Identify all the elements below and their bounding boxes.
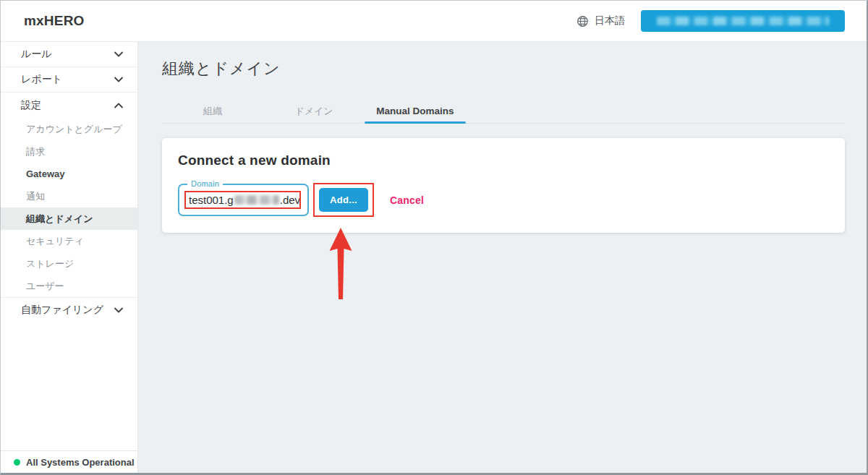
sidebar-sub-label: ストレージ [26, 257, 74, 270]
language-selector[interactable]: 日本語 [576, 14, 625, 27]
add-button[interactable]: Add... [319, 188, 368, 212]
domain-value-suffix: .dev [280, 194, 300, 206]
tab-label: Manual Domains [376, 106, 454, 116]
sidebar-item-label: 設定 [21, 99, 41, 112]
domain-value-prefix: test001.g [189, 194, 234, 206]
sidebar-item-users[interactable]: ユーザー [1, 275, 137, 297]
chevron-down-icon [114, 77, 123, 82]
sidebar-sub-label: Gateway [26, 168, 64, 179]
sidebar-item-reports[interactable]: レポート [1, 67, 137, 93]
sidebar-item-billing[interactable]: 請求 [1, 140, 137, 163]
tab-organizations[interactable]: 組織 [162, 99, 263, 123]
sidebar-item-rules[interactable]: ルール [1, 42, 137, 67]
redacted-domain-segment [234, 195, 279, 205]
status-green-dot-icon [14, 459, 20, 466]
status-text: All Systems Operational [26, 457, 135, 468]
sidebar-sub-label: 組織とドメイン [26, 213, 93, 226]
card-title: Connect a new domain [178, 153, 827, 168]
language-label[interactable]: 日本語 [595, 14, 625, 27]
domain-form-row: Domain test001.g .dev Add... Cancel [178, 183, 827, 217]
sidebar-sub-label: セキュリティ [26, 235, 84, 248]
sidebar-sub-label: 通知 [26, 190, 45, 203]
sidebar-item-label: レポート [21, 73, 62, 86]
chevron-down-icon [114, 307, 123, 313]
tab-label: ドメイン [294, 105, 333, 118]
connect-domain-card: Connect a new domain Domain test001.g .d… [162, 138, 845, 233]
main-content: 組織とドメイン 組織 ドメイン Manual Domains Connect a… [138, 42, 867, 473]
app-window: mxHERO 日本語 [0, 0, 868, 475]
account-button-redacted[interactable] [641, 10, 845, 32]
tab-manual-domains[interactable]: Manual Domains [365, 99, 466, 123]
sidebar-item-settings[interactable]: 設定 [1, 93, 137, 118]
red-annotation-box-button: Add... [313, 183, 374, 217]
system-status: All Systems Operational [1, 450, 137, 473]
sidebar: ルール レポート 設定 アカウントとグループ [1, 42, 138, 473]
sidebar-sub-label: 請求 [26, 145, 45, 158]
red-annotation-box-input: test001.g .dev [184, 191, 301, 209]
sidebar-sub-label: アカウントとグループ [26, 123, 122, 136]
chevron-up-icon [114, 103, 123, 108]
sidebar-item-label: ルール [21, 48, 52, 61]
sidebar-item-org-domains[interactable]: 組織とドメイン [1, 207, 137, 230]
sidebar-item-gateway[interactable]: Gateway [1, 163, 137, 185]
tab-bar: 組織 ドメイン Manual Domains [162, 99, 845, 124]
domain-field-label: Domain [187, 179, 223, 188]
page-title: 組織とドメイン [162, 58, 845, 80]
domain-input[interactable]: Domain test001.g .dev [178, 184, 309, 216]
sidebar-item-auto-filing[interactable]: 自動ファイリング [1, 297, 137, 322]
tab-label: 組織 [203, 105, 222, 118]
header-right: 日本語 [576, 10, 867, 32]
cancel-link[interactable]: Cancel [390, 194, 424, 206]
globe-icon [576, 15, 589, 27]
sidebar-item-notifications[interactable]: 通知 [1, 185, 137, 207]
sidebar-item-storage[interactable]: ストレージ [1, 252, 137, 275]
sidebar-item-label: 自動ファイリング [21, 304, 103, 317]
redacted-button-text [657, 17, 829, 25]
sidebar-sub-label: ユーザー [26, 280, 64, 293]
tab-domains[interactable]: ドメイン [263, 99, 365, 123]
top-header: mxHERO 日本語 [1, 1, 867, 42]
sidebar-item-security[interactable]: セキュリティ [1, 230, 137, 252]
chevron-down-icon [114, 51, 123, 57]
sidebar-item-accounts-groups[interactable]: アカウントとグループ [1, 118, 137, 140]
sidebar-nav: ルール レポート 設定 アカウントとグループ [1, 42, 137, 322]
mxhero-logo: mxHERO [24, 13, 85, 29]
